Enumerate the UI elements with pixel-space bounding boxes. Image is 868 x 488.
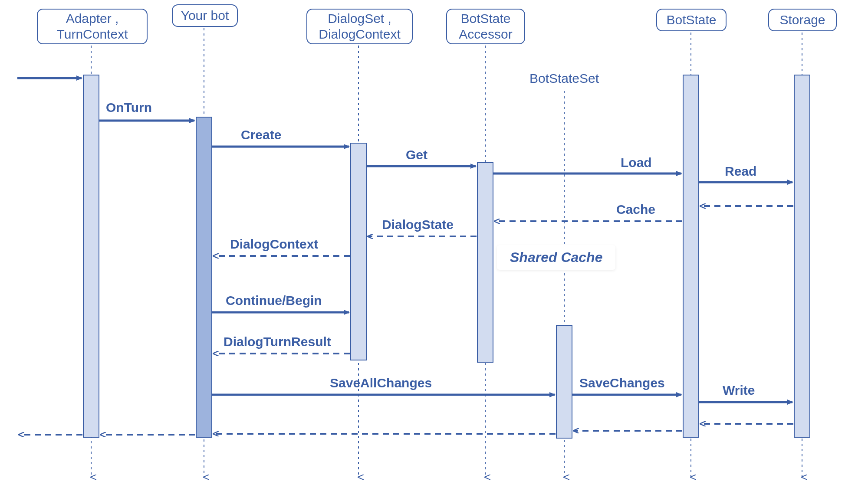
- msg-load: Load: [621, 155, 652, 170]
- participant-dialog-label: DialogSet , DialogContext: [315, 11, 404, 42]
- participant-stateset: BotStateSet: [521, 67, 608, 90]
- msg-saveall: SaveAllChanges: [330, 376, 432, 390]
- msg-create: Create: [241, 128, 281, 142]
- svg-rect-10: [477, 163, 493, 362]
- msg-dialogcontext: DialogContext: [230, 237, 318, 252]
- svg-layer: [0, 0, 868, 488]
- msg-cache: Cache: [616, 202, 655, 217]
- msg-savechanges: SaveChanges: [579, 376, 665, 390]
- participant-storage-label: Storage: [779, 12, 825, 28]
- participant-botstate-label: BotState: [666, 12, 716, 28]
- sequence-diagram: Adapter , TurnContext Your bot DialogSet…: [0, 0, 868, 488]
- participant-adapter: Adapter , TurnContext: [37, 9, 148, 44]
- msg-read: Read: [725, 164, 756, 179]
- participant-accessor: BotState Accessor: [446, 9, 525, 44]
- svg-rect-9: [351, 143, 366, 360]
- msg-continue: Continue/Begin: [226, 293, 322, 308]
- svg-rect-8: [196, 117, 212, 437]
- participant-bot: Your bot: [172, 4, 238, 27]
- svg-rect-12: [683, 75, 699, 437]
- participant-accessor-label: BotState Accessor: [455, 11, 516, 42]
- participant-storage: Storage: [768, 9, 837, 31]
- msg-onturn: OnTurn: [106, 100, 152, 115]
- svg-rect-13: [794, 75, 810, 437]
- participant-botstate: BotState: [656, 9, 727, 31]
- shared-cache-label: Shared Cache: [510, 249, 602, 265]
- participant-dialog: DialogSet , DialogContext: [306, 9, 413, 44]
- svg-rect-11: [556, 325, 572, 438]
- participant-adapter-label: Adapter , TurnContext: [46, 11, 139, 42]
- shared-cache-box: Shared Cache: [497, 245, 615, 270]
- participant-bot-label: Your bot: [181, 8, 229, 23]
- participant-stateset-label: BotStateSet: [529, 71, 599, 86]
- svg-rect-7: [83, 75, 99, 437]
- msg-get: Get: [406, 147, 427, 162]
- msg-dialogturnresult: DialogTurnResult: [224, 334, 331, 349]
- msg-write: Write: [723, 383, 755, 398]
- msg-dialogstate: DialogState: [382, 217, 454, 232]
